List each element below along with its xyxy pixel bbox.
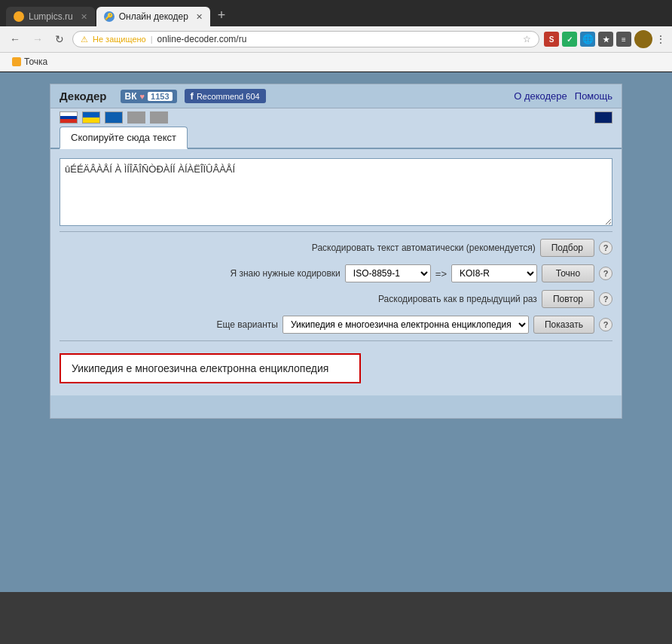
flag-blank[interactable] [127, 111, 145, 124]
tab-lumpics[interactable]: Lumpics.ru ✕ [6, 7, 95, 26]
repeat-help[interactable]: ? [599, 292, 612, 306]
bookmark-favicon [12, 57, 21, 66]
encoding-from-select[interactable]: ISO-8859-1 UTF-8 Windows-1251 KOI8-R [345, 264, 431, 282]
page-content: Декодер ВК ♥ 1153 f Recommend 604 О деко… [0, 72, 672, 592]
tab-lumpics-close[interactable]: ✕ [81, 12, 87, 22]
tab-decoder[interactable]: 🔑 Онлайн декодер ✕ [96, 7, 210, 26]
flag-uk[interactable] [594, 111, 612, 124]
lumpics-favicon [14, 11, 24, 22]
tab-copy-text[interactable]: Скопируйте сюда текст [60, 127, 188, 149]
encoding-row: Я знаю нужные кодировки ISO-8859-1 UTF-8… [60, 261, 612, 286]
back-button[interactable]: ← [6, 31, 24, 47]
bookmarks-bar: Точка [0, 53, 672, 72]
variants-row: Еще варианты Уикипедия е многоезична еле… [60, 312, 612, 337]
fb-label: Recommend 604 [197, 92, 260, 101]
tab-lumpics-label: Lumpics.ru [29, 11, 73, 22]
decoder-header: Декодер ВК ♥ 1153 f Recommend 604 О деко… [50, 84, 622, 108]
fb-widget[interactable]: f Recommend 604 [185, 89, 266, 103]
vk-icon: ВК [125, 91, 137, 102]
vk-widget[interactable]: ВК ♥ 1153 [121, 90, 177, 103]
new-tab-button[interactable]: + [212, 5, 232, 26]
decoder-tabs: Скопируйте сюда текст [50, 127, 622, 149]
variants-label: Еще варианты [60, 319, 278, 330]
flag-ru[interactable] [60, 111, 78, 124]
encoding-label: Я знаю нужные кодировки [60, 268, 341, 279]
show-help[interactable]: ? [599, 318, 612, 331]
ext-check-icon[interactable]: ✓ [562, 32, 577, 47]
tab-bar: Lumpics.ru ✕ 🔑 Онлайн декодер ✕ + [0, 0, 672, 26]
star-icon[interactable]: ☆ [523, 34, 531, 44]
bottom-bar [50, 395, 622, 418]
auto-decode-row: Раскодировать текст автоматически (реком… [60, 235, 612, 261]
link-help[interactable]: Помощь [575, 90, 612, 102]
variants-select[interactable]: Уикипедия е многоезична електронна енцик… [283, 316, 529, 334]
url-text: online-decoder.com/ru [157, 34, 518, 44]
decoder-widget: Декодер ВК ♥ 1153 f Recommend 604 О деко… [50, 84, 622, 419]
repeat-row: Раскодировать как в предыдущий раз Повто… [60, 286, 612, 312]
flag-blank2[interactable] [150, 111, 168, 124]
repeat-label: Раскодировать как в предыдущий раз [60, 294, 537, 304]
result-text: Уикипедия е многоезична електронна енцик… [60, 353, 361, 383]
auto-decode-label: Раскодировать текст автоматически (реком… [60, 243, 536, 253]
flag-ua[interactable] [82, 111, 100, 124]
link-about[interactable]: О декодере [514, 90, 567, 102]
vk-heart: ♥ [140, 92, 145, 101]
decoder-main: ûÉÉÄÂÀÅÍ À ÌÍÎÃÎÑÒÐÀÍÍ ÀÍÀËÎÏÛÂÀÅÍ Раско… [50, 149, 622, 395]
exact-decode-button[interactable]: Точно [542, 264, 594, 282]
ext-star-icon[interactable]: ★ [598, 32, 613, 47]
text-input[interactable]: ûÉÉÄÂÀÅÍ À ÌÍÎÃÎÑÒÐÀÍÍ ÀÍÀËÎÏÛÂÀÅÍ [60, 158, 612, 226]
lock-icon: ⚠ [81, 35, 88, 44]
divider [60, 231, 612, 232]
ext-s-icon[interactable]: S [544, 32, 559, 47]
tab-decoder-label: Онлайн декодер [119, 11, 188, 22]
decoder-title: Декодер [60, 90, 107, 102]
divider2 [60, 340, 612, 341]
auto-decode-button[interactable]: Подбор [540, 239, 594, 257]
auto-decode-help[interactable]: ? [599, 241, 612, 255]
flag-gr[interactable] [105, 111, 123, 124]
arrow-icon: => [435, 268, 447, 279]
nav-bar: ← → ↻ ⚠ Не защищено | online-decoder.com… [0, 26, 672, 53]
extensions-area: S ✓ 🌐 ★ ≡ ⋮ [544, 30, 666, 48]
forward-button[interactable]: → [29, 31, 47, 47]
not-secure-label: Не защищено [93, 35, 146, 44]
address-bar[interactable]: ⚠ Не защищено | online-decoder.com/ru ☆ [72, 31, 539, 47]
bookmark-tochka-label: Точка [24, 56, 47, 67]
ext-list-icon[interactable]: ≡ [616, 32, 631, 47]
lang-bar [50, 108, 622, 127]
avatar-icon[interactable] [634, 30, 652, 48]
result-wrapper: Уикипедия е многоезична електронна енцик… [60, 344, 612, 386]
decoder-favicon: 🔑 [104, 11, 115, 22]
repeat-button[interactable]: Повтор [542, 290, 594, 308]
menu-icon[interactable]: ⋮ [655, 33, 666, 45]
bookmark-tochka[interactable]: Точка [8, 55, 52, 69]
reload-button[interactable]: ↻ [51, 31, 68, 47]
tab-decoder-close[interactable]: ✕ [196, 12, 203, 22]
vk-count: 1153 [148, 92, 172, 101]
ext-globe-icon[interactable]: 🌐 [580, 32, 595, 47]
browser-chrome: Lumpics.ru ✕ 🔑 Онлайн декодер ✕ + ← → ↻ … [0, 0, 672, 72]
encoding-to-select[interactable]: KOI8-R UTF-8 Windows-1251 ISO-8859-1 [451, 264, 537, 282]
fb-icon: f [191, 90, 194, 102]
show-button[interactable]: Показать [533, 316, 594, 334]
exact-decode-help[interactable]: ? [599, 267, 612, 280]
